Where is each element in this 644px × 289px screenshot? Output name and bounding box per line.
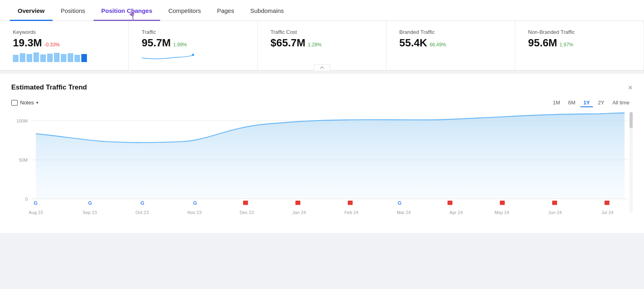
- svg-rect-19: [605, 201, 609, 205]
- bar-4: [33, 52, 39, 62]
- notes-chevron-icon: ▾: [36, 100, 38, 105]
- chart-area: 100M 50M 0 G G G G: [11, 112, 633, 225]
- chart-section: Estimated Traffic Trend × Notes ▾ 1M 6M …: [0, 74, 644, 233]
- svg-rect-12: [243, 201, 248, 205]
- metric-traffic-cost: Traffic Cost $65.7M 1.28%: [258, 21, 386, 70]
- svg-text:Jun 24: Jun 24: [548, 210, 562, 215]
- main-chart-svg: 100M 50M 0 G G G G: [11, 112, 633, 225]
- time-btn-6m[interactable]: 6M: [565, 98, 579, 107]
- time-btn-1y[interactable]: 1Y: [580, 98, 593, 107]
- svg-rect-14: [348, 201, 353, 205]
- tab-positions[interactable]: Positions: [53, 0, 93, 21]
- bar-8: [61, 54, 66, 62]
- svg-text:Sep 23: Sep 23: [83, 210, 97, 215]
- bar-11: [81, 54, 87, 62]
- svg-text:G: G: [193, 200, 197, 206]
- svg-rect-17: [500, 201, 505, 205]
- svg-rect-13: [295, 201, 300, 205]
- metric-keywords-change: -0.33%: [44, 42, 60, 48]
- metrics-bar: Keywords 19.3M -0.33% Traffic: [0, 21, 644, 71]
- collapse-handle[interactable]: [314, 64, 330, 71]
- time-btn-all[interactable]: All time: [609, 98, 633, 107]
- metric-branded-traffic-change: 66.49%: [429, 42, 446, 48]
- svg-text:0: 0: [25, 196, 27, 201]
- bar-2: [20, 53, 25, 62]
- tab-position-changes[interactable]: Position Changes: [93, 0, 161, 21]
- bar-7: [54, 53, 60, 62]
- svg-text:50M: 50M: [19, 157, 28, 162]
- svg-text:G: G: [34, 200, 37, 206]
- svg-rect-16: [448, 201, 452, 205]
- svg-rect-18: [552, 201, 557, 205]
- nav-tabs: Overview Positions Position Changes Comp…: [0, 0, 644, 21]
- chart-header: Estimated Traffic Trend ×: [11, 83, 633, 91]
- metric-traffic: Traffic 95.7M 1.99%: [129, 21, 258, 70]
- mini-bar-chart: [13, 52, 116, 62]
- svg-text:Oct 23: Oct 23: [136, 210, 149, 215]
- metric-non-branded-traffic-change: 1.97%: [559, 42, 573, 48]
- metric-traffic-cost-label: Traffic Cost: [270, 29, 373, 35]
- bar-1: [13, 55, 19, 62]
- time-filters: 1M 6M 1Y 2Y All time: [549, 98, 633, 107]
- time-btn-2y[interactable]: 2Y: [594, 98, 607, 107]
- bar-9: [68, 53, 73, 62]
- svg-text:Nov 23: Nov 23: [187, 210, 201, 215]
- svg-text:Aug 23: Aug 23: [29, 210, 43, 215]
- chart-title: Estimated Traffic Trend: [11, 83, 87, 91]
- app-container: Overview Positions Position Changes Comp…: [0, 0, 644, 289]
- metric-branded-traffic-label: Branded Traffic: [399, 29, 502, 35]
- svg-text:G: G: [398, 200, 401, 206]
- svg-text:G: G: [140, 200, 144, 206]
- metric-non-branded-traffic-value: 95.6M: [528, 37, 557, 49]
- mini-line-chart: [142, 52, 194, 62]
- notes-label: Notes: [20, 100, 34, 106]
- metric-traffic-cost-value: $65.7M: [270, 37, 305, 49]
- svg-text:100M: 100M: [17, 119, 28, 123]
- metric-keywords: Keywords 19.3M -0.33%: [0, 21, 129, 70]
- metric-branded-traffic-value: 55.4K: [399, 37, 427, 49]
- metric-branded-traffic: Branded Traffic 55.4K 66.49%: [386, 21, 515, 70]
- metric-traffic-label: Traffic: [142, 29, 244, 35]
- metric-traffic-value: 95.7M: [142, 37, 171, 49]
- svg-text:Feb 24: Feb 24: [345, 210, 359, 215]
- metric-keywords-value: 19.3M: [13, 37, 42, 49]
- svg-text:Jul 24: Jul 24: [601, 210, 613, 215]
- close-button[interactable]: ×: [628, 83, 633, 91]
- time-btn-1m[interactable]: 1M: [549, 98, 563, 107]
- svg-text:May 24: May 24: [495, 210, 510, 215]
- tab-competitors[interactable]: Competitors: [160, 0, 209, 21]
- svg-text:Apr 24: Apr 24: [450, 210, 463, 215]
- bar-10: [74, 55, 80, 62]
- svg-text:G: G: [88, 200, 92, 206]
- bar-6: [47, 54, 53, 62]
- tab-subdomains[interactable]: Subdomains: [242, 0, 292, 21]
- metric-non-branded-traffic: Non-Branded Traffic 95.6M 1.97%: [515, 21, 644, 70]
- svg-text:Dec 23: Dec 23: [239, 210, 254, 215]
- scrollbar-thumb[interactable]: [630, 112, 633, 128]
- metric-non-branded-traffic-label: Non-Branded Traffic: [528, 29, 631, 35]
- notes-icon: [11, 100, 18, 106]
- svg-text:Jan 24: Jan 24: [292, 210, 306, 215]
- metric-traffic-cost-change: 1.28%: [308, 42, 322, 48]
- scrollbar[interactable]: [630, 112, 633, 213]
- notes-button[interactable]: Notes ▾: [11, 100, 38, 106]
- svg-text:Mar 24: Mar 24: [397, 210, 411, 215]
- bar-3: [27, 54, 32, 62]
- metric-keywords-label: Keywords: [13, 29, 116, 35]
- tab-overview[interactable]: Overview: [10, 0, 53, 21]
- tab-pages[interactable]: Pages: [209, 0, 242, 21]
- metric-traffic-change: 1.99%: [173, 42, 187, 48]
- chart-controls: Notes ▾ 1M 6M 1Y 2Y All time: [11, 98, 633, 107]
- bar-5: [40, 54, 46, 62]
